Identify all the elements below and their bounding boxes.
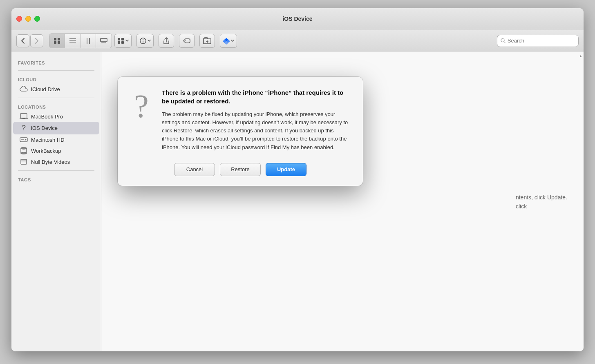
- title-bar: iOS Device: [11, 8, 584, 29]
- macintosh-hd-label: Macintosh HD: [31, 137, 65, 143]
- svg-rect-16: [121, 41, 124, 44]
- gallery-view-button[interactable]: [96, 34, 112, 48]
- svg-rect-12: [105, 42, 106, 43]
- view-options-dropdown[interactable]: [114, 34, 132, 48]
- svg-rect-36: [21, 159, 27, 164]
- macbook-icon: [20, 113, 28, 120]
- action-dropdown[interactable]: [136, 34, 154, 48]
- traffic-lights: [16, 16, 40, 22]
- svg-rect-15: [118, 41, 120, 44]
- tag-button[interactable]: [179, 34, 195, 48]
- macbook-label: MacBook Pro: [31, 114, 63, 120]
- nav-buttons: [16, 34, 43, 47]
- svg-point-18: [143, 39, 143, 40]
- ios-device-icon: ?: [20, 124, 28, 132]
- sidebar-item-ios-device[interactable]: ? iOS Device: [13, 122, 99, 134]
- sidebar: Favorites iCloud iCloud Drive Locations …: [11, 52, 101, 351]
- content-area: Favorites iCloud iCloud Drive Locations …: [11, 52, 584, 351]
- svg-rect-1: [58, 38, 60, 40]
- sidebar-item-macbook[interactable]: MacBook Pro: [13, 111, 99, 122]
- sidebar-separator-1: [18, 70, 94, 71]
- work-backup-label: WorkBackup: [31, 148, 61, 154]
- new-folder-button[interactable]: [199, 34, 215, 48]
- view-mode-group: [49, 33, 112, 48]
- forward-button[interactable]: [30, 34, 43, 47]
- toolbar: [11, 29, 584, 52]
- svg-rect-10: [101, 42, 103, 43]
- back-button[interactable]: [16, 34, 29, 47]
- dropbox-dropdown[interactable]: [220, 34, 237, 48]
- backup-drive-icon: [20, 147, 28, 154]
- search-icon: [501, 38, 506, 43]
- locations-heading: Locations: [11, 101, 101, 111]
- svg-rect-11: [103, 42, 105, 43]
- sidebar-item-work-backup[interactable]: WorkBackup: [13, 145, 99, 156]
- modal-text: There is a problem with the iPhone “iPho…: [162, 88, 351, 152]
- hard-drive-icon: [20, 136, 28, 143]
- list-view-button[interactable]: [65, 34, 81, 48]
- search-input[interactable]: [508, 38, 575, 44]
- share-button[interactable]: [159, 34, 174, 48]
- modal-icon: ?: [129, 88, 154, 121]
- minimize-button[interactable]: [25, 16, 31, 22]
- icloud-drive-icon: [20, 86, 28, 92]
- question-mark-icon: ?: [134, 90, 149, 123]
- svg-rect-29: [20, 114, 27, 118]
- sidebar-separator-2: [18, 98, 94, 98]
- sidebar-item-macintosh-hd[interactable]: Macintosh HD: [13, 134, 99, 145]
- null-byte-label: Null Byte Videos: [31, 159, 70, 165]
- cancel-button[interactable]: Cancel: [174, 163, 215, 176]
- modal-dialog: ? There is a problem with the iPhone “iP…: [118, 77, 363, 186]
- window-title: iOS Device: [282, 16, 312, 22]
- external-drive-icon: [20, 159, 28, 165]
- svg-rect-3: [58, 41, 60, 44]
- close-button[interactable]: [16, 16, 22, 22]
- sidebar-item-icloud-drive[interactable]: iCloud Drive: [13, 84, 99, 94]
- ios-device-label: iOS Device: [31, 125, 58, 131]
- restore-button[interactable]: Restore: [220, 163, 261, 176]
- svg-rect-14: [121, 38, 124, 40]
- svg-rect-9: [101, 38, 107, 42]
- svg-rect-0: [54, 38, 56, 40]
- svg-rect-2: [54, 41, 56, 44]
- sidebar-item-null-byte[interactable]: Null Byte Videos: [13, 156, 99, 167]
- favorites-heading: Favorites: [11, 57, 101, 67]
- svg-point-20: [185, 40, 186, 41]
- modal-title: There is a problem with the iPhone “iPho…: [162, 88, 351, 105]
- modal-body: The problem may be fixed by updating you…: [162, 110, 351, 152]
- svg-point-31: [25, 139, 27, 141]
- update-button[interactable]: Update: [266, 163, 306, 176]
- modal-buttons: Cancel Restore Update: [129, 163, 351, 176]
- main-panel: ntents, click Update. click ▲ ? There is…: [101, 52, 584, 351]
- modal-top: ? There is a problem with the iPhone “iP…: [129, 88, 351, 152]
- maximize-button[interactable]: [34, 16, 40, 22]
- search-bar[interactable]: [497, 35, 579, 47]
- icloud-drive-label: iCloud Drive: [31, 86, 60, 92]
- modal-overlay: ? There is a problem with the iPhone “iP…: [101, 52, 584, 351]
- sidebar-separator-3: [18, 170, 94, 171]
- icon-view-button[interactable]: [49, 34, 65, 48]
- tags-heading: Tags: [11, 174, 101, 184]
- finder-window: iOS Device: [11, 8, 584, 351]
- icloud-heading: iCloud: [11, 74, 101, 84]
- svg-line-28: [504, 42, 505, 43]
- column-view-button[interactable]: [81, 34, 96, 48]
- svg-rect-13: [118, 38, 120, 40]
